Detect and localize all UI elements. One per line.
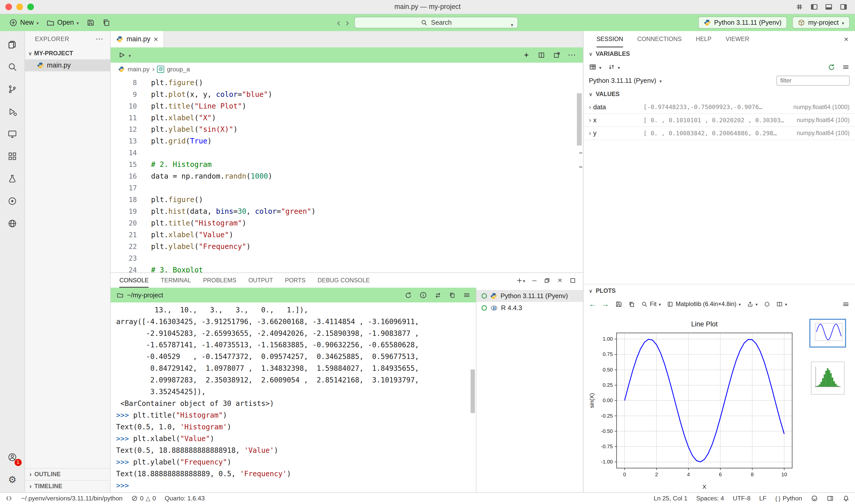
close-session-panel-icon[interactable] (844, 35, 848, 43)
duplicate-console-icon[interactable] (449, 291, 456, 299)
session-panel-tab-viewer[interactable]: VIEWER (726, 31, 749, 48)
account-icon[interactable]: 1 (4, 450, 21, 465)
close-window-button[interactable] (5, 4, 12, 10)
interpreter-caret-icon[interactable] (659, 77, 662, 84)
export-plot-selector[interactable] (747, 301, 758, 308)
sort-icon[interactable] (608, 64, 615, 71)
status-encoding[interactable]: UTF-8 (733, 495, 750, 502)
maximize-panel-icon[interactable] (569, 277, 576, 284)
nav-forward-icon[interactable] (346, 17, 349, 28)
open-in-window-icon[interactable] (553, 51, 560, 59)
save-plot-icon[interactable] (615, 301, 622, 308)
restore-panel-icon[interactable] (544, 277, 551, 284)
explorer-root-folder[interactable]: MY-PROJECT (25, 48, 110, 59)
run-options-caret-icon[interactable] (129, 52, 131, 59)
status-eol[interactable]: LF (759, 495, 767, 502)
timeline-section[interactable]: TIMELINE (25, 480, 110, 492)
interpreter-selector[interactable]: Python 3.11.11 (Pyenv) (698, 17, 787, 29)
plot-thumbnail-line[interactable] (809, 319, 846, 347)
activity-assistant-icon[interactable] (4, 194, 21, 208)
split-editor-icon[interactable] (538, 51, 545, 59)
plot-sizing-selector[interactable]: Matplotlib (6.4in×4.8in) (667, 301, 741, 308)
variables-menu-icon[interactable] (842, 63, 850, 71)
expand-icon[interactable] (589, 104, 591, 111)
expand-icon[interactable] (589, 129, 591, 137)
activity-publish-icon[interactable] (4, 216, 21, 231)
status-cursor-position[interactable]: Ln 25, Col 1 (654, 495, 688, 502)
variable-row[interactable]: x[ 0. , 0.1010101 , 0.2020202 , 0.30303…… (584, 114, 855, 127)
zoom-fit-selector[interactable]: Fit (641, 301, 661, 308)
status-quarto[interactable]: Quarto: 1.6.43 (165, 495, 205, 502)
panel-tab-console[interactable]: CONSOLE (119, 273, 149, 288)
nav-back-icon[interactable] (337, 17, 340, 28)
plot-layout-selector[interactable] (776, 301, 787, 308)
activity-explorer-icon[interactable] (4, 38, 21, 52)
plot-thumbnail-histogram[interactable] (811, 362, 844, 395)
group-by-icon[interactable] (589, 63, 596, 71)
close-panel-icon[interactable] (558, 276, 562, 285)
previous-plot-icon[interactable] (589, 300, 596, 308)
editor-tab-mainpy[interactable]: main.py (111, 31, 164, 48)
refresh-icon[interactable] (828, 63, 835, 71)
editor-more-icon[interactable] (568, 52, 576, 59)
new-button[interactable]: New (5, 16, 42, 29)
project-selector[interactable]: my-project (792, 17, 849, 29)
outline-section[interactable]: OUTLINE (25, 468, 110, 480)
minimize-panel-icon[interactable] (532, 276, 537, 285)
panel-tab-output[interactable]: OUTPUT (248, 273, 273, 288)
toggle-right-panel-icon[interactable] (840, 3, 847, 11)
info-icon[interactable] (419, 291, 427, 299)
plots-section-header[interactable]: PLOTS (584, 284, 855, 297)
variables-filter-input[interactable] (777, 76, 850, 86)
restart-console-icon[interactable] (405, 291, 412, 299)
theme-circle-icon[interactable] (764, 301, 770, 308)
status-indentation[interactable]: Spaces: 4 (696, 495, 724, 502)
console-menu-icon[interactable] (463, 291, 470, 299)
session-panel-tab-connections[interactable]: CONNECTIONS (637, 31, 682, 48)
expand-icon[interactable] (589, 116, 591, 124)
session-item-python[interactable]: Python 3.11.11 (Pyenv) (477, 290, 583, 302)
panel-tab-debug-console[interactable]: DEBUG CONSOLE (318, 273, 370, 288)
bell-icon[interactable] (842, 495, 850, 502)
explorer-more-icon[interactable] (96, 36, 104, 42)
status-problems[interactable]: 0 0 (131, 495, 156, 502)
activity-run-debug-icon[interactable] (4, 105, 21, 119)
breadcrumb-symbol[interactable]: group_a (167, 66, 190, 73)
global-search-input[interactable]: Search (354, 17, 518, 28)
feedback-icon[interactable] (811, 495, 818, 502)
new-console-plus-icon[interactable] (516, 277, 525, 284)
variables-interpreter-label[interactable]: Python 3.11.11 (Pyenv) (589, 77, 656, 84)
toggle-left-panel-icon[interactable] (811, 3, 818, 11)
activity-console-icon[interactable] (4, 127, 21, 141)
variables-section-header[interactable]: VARIABLES (584, 48, 855, 60)
panel-tab-problems[interactable]: PROBLEMS (203, 273, 236, 288)
code-editor[interactable]: 8plt.figure()9plt.plot(x, y, color="blue… (111, 76, 583, 272)
save-all-icon[interactable] (99, 16, 114, 29)
plots-menu-icon[interactable] (842, 301, 850, 308)
explorer-file-mainpy[interactable]: main.py (25, 59, 110, 71)
shortcuts-icon[interactable] (434, 291, 442, 299)
remote-indicator-icon[interactable] (5, 495, 13, 502)
run-file-icon[interactable] (117, 51, 125, 59)
activity-testing-icon[interactable] (4, 172, 21, 186)
layout-grid-icon[interactable] (796, 3, 803, 11)
panel-tab-ports[interactable]: PORTS (285, 273, 306, 288)
editor-scrollbar[interactable] (577, 93, 582, 145)
variable-row[interactable]: data[-0.97448233,-0.75009923,-0.9076…num… (584, 101, 855, 114)
open-button[interactable]: Open (42, 16, 83, 29)
copy-plot-icon[interactable] (628, 301, 635, 308)
status-language-mode[interactable]: Python (775, 495, 802, 502)
panel-tab-terminal[interactable]: TERMINAL (161, 273, 191, 288)
console-output[interactable]: 13., 10., 3., 3., 0., 1.]),array([-4.163… (111, 303, 476, 492)
activity-search-icon[interactable] (4, 60, 21, 74)
session-panel-tab-session[interactable]: SESSION (596, 31, 623, 48)
activity-extensions-icon[interactable] (4, 149, 21, 164)
session-panel-tab-help[interactable]: HELP (696, 31, 711, 48)
minimize-window-button[interactable] (16, 4, 23, 10)
close-tab-icon[interactable] (154, 35, 158, 43)
breadcrumb-file[interactable]: main.py (127, 66, 149, 73)
layout-toggle-icon[interactable] (827, 495, 834, 502)
variable-row[interactable]: y[ 0. , 0.10083842, 0.20064886, 0.298…nu… (584, 127, 855, 140)
next-plot-icon[interactable] (602, 300, 609, 308)
activity-source-control-icon[interactable] (4, 82, 21, 96)
